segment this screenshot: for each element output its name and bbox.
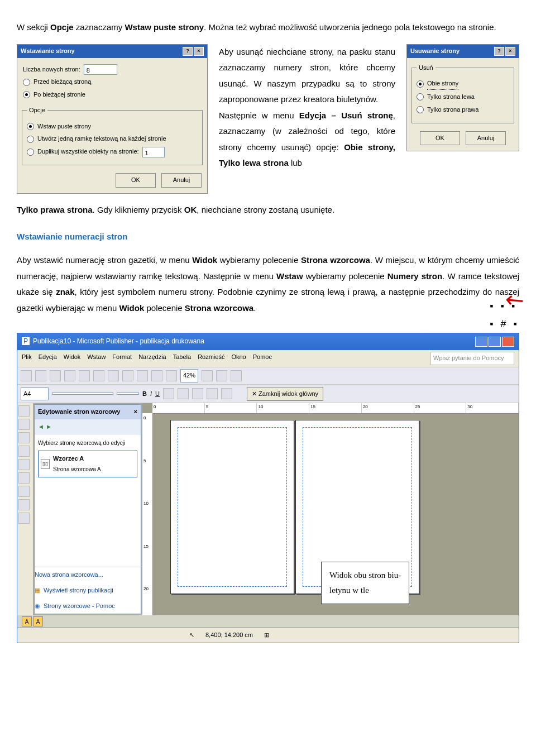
zoom-out-icon[interactable] [202,370,213,381]
ok-button[interactable]: OK [420,131,460,146]
text-bold: Tylko prawa strona [17,205,93,214]
count-input[interactable]: 8 [84,64,117,75]
text: Aby wstawić numerację stron gazetki, w m… [17,255,192,265]
font-name-dropdown[interactable] [52,393,113,395]
canvas[interactable]: 0 5 10 15 20 25 30 0 5 10 15 20 Widok ob… [142,403,519,615]
text-bold: znak [56,287,74,296]
bold-icon[interactable]: B [142,389,147,400]
help-link[interactable]: ◉Strony wzorcowe - Pomoc [35,599,141,614]
text-bold: Wstaw puste strony [125,22,204,32]
radio-right[interactable] [417,106,424,113]
menubar: Plik Edycja Widok Wstaw Format Narzędzia… [17,350,519,367]
menu-narzedzia[interactable]: Narzędzia [138,352,166,365]
tick: 0 [142,413,152,423]
zoom-input[interactable]: 42% [180,369,198,382]
bullets-icon[interactable] [207,388,218,399]
statusbar: ↖ 8,400; 14,200 cm ⊞ [17,628,519,643]
close-icon[interactable] [502,337,514,347]
align-left-icon[interactable] [163,388,174,399]
oval-icon[interactable] [18,486,30,497]
zoom-in-icon[interactable] [216,370,227,381]
textbox-icon[interactable] [18,419,30,430]
radio-frame[interactable] [27,136,34,143]
text: zaznaczamy [74,22,125,32]
left-page[interactable] [170,420,294,594]
close-icon[interactable]: × [505,47,515,56]
page-tab-a2[interactable]: A [33,616,43,626]
menu-widok[interactable]: Widok [64,352,81,365]
cancel-button[interactable]: Anuluj [161,173,202,188]
menu-plik[interactable]: Plik [22,352,32,365]
radio-both[interactable] [417,80,424,88]
text: . Gdy klikniemy przycisk [93,205,184,214]
pointer-icon[interactable] [18,405,30,417]
back-icon[interactable]: ◄ [38,423,44,430]
link-text: Strony wzorcowe - Pomoc [44,601,115,612]
columns-icon[interactable] [151,370,162,381]
radio-blank[interactable] [27,123,34,130]
app-titlebar: PPublikacja10 - Microsoft Publisher - pu… [17,333,519,350]
menu-rozmiesc[interactable]: Rozmieść [198,352,224,365]
text-bold: Wstaw [276,271,303,281]
menu-pomoc[interactable]: Pomoc [253,352,272,365]
table-icon[interactable] [18,432,30,443]
show-pages-link[interactable]: ▦Wyświetl strony publikacji [35,583,141,599]
print-icon[interactable] [64,370,75,381]
cut-icon[interactable] [79,370,90,381]
underline-icon[interactable]: U [155,389,160,400]
autoshapes-icon[interactable] [18,513,30,524]
ruler-vertical: 0 5 10 15 20 [142,413,153,615]
close-icon[interactable]: × [194,47,204,56]
radio-label: Przed bieżącą stroną [34,76,91,88]
paste-icon[interactable] [108,370,119,381]
minimize-icon[interactable] [475,337,487,347]
menu-wstaw[interactable]: Wstaw [87,352,106,365]
picture-icon[interactable] [18,459,30,470]
master-page-item[interactable]: ▯▯ Wzorzec A Strona wzorcowa A [38,451,137,477]
rectangle-icon[interactable] [18,499,30,510]
line-icon[interactable] [18,472,30,484]
help-icon[interactable]: ? [494,47,504,56]
pane-close-icon[interactable]: × [134,406,137,418]
close-master-button[interactable]: ✕ Zamknij widok główny [247,387,323,401]
forward-icon[interactable]: ► [46,423,52,430]
font-dropdown[interactable]: A4 [21,387,49,401]
font-size-dropdown[interactable] [117,393,139,395]
radio-dup[interactable] [27,149,34,156]
dialog-titlebar: Usuwanie strony ? × [407,45,519,58]
align-right-icon[interactable] [192,388,203,399]
menu-format[interactable]: Format [112,352,132,365]
help-icon[interactable]: ? [183,47,193,56]
save-icon[interactable] [50,370,61,381]
text-bold: Strona wzorcowa [185,303,253,313]
menu-edycja[interactable]: Edycja [39,352,57,365]
count-label: Liczba nowych stron: [23,64,80,75]
align-center-icon[interactable] [178,388,189,399]
help-icon[interactable] [231,370,242,381]
radio-after[interactable] [23,91,30,98]
menu-tabela[interactable]: Tabela [173,352,191,365]
radio-left[interactable] [417,93,424,101]
ruler-horizontal: 0 5 10 15 20 25 30 [152,403,519,414]
numbering-icon[interactable] [221,388,232,399]
menu-okno[interactable]: Okno [231,352,246,365]
delete-fieldset: Usuń Obie strony Tylko strona lewa Tylko… [411,63,514,123]
maximize-icon[interactable] [489,337,501,347]
undo-icon[interactable] [122,370,133,381]
wordart-icon[interactable] [18,446,30,457]
new-master-link[interactable]: Nowa strona wzorcowa... [35,567,141,583]
text: Aby usunąć niechciane strony, na pasku s… [219,47,395,104]
section-heading: Wstawianie numeracji stron [17,229,519,244]
copy-icon[interactable] [93,370,104,381]
dup-input[interactable]: 1 [142,147,165,157]
open-icon[interactable] [35,370,46,381]
radio-before[interactable] [23,79,30,86]
ok-button[interactable]: OK [116,173,156,188]
paragraph-icon[interactable] [166,370,177,381]
page-tab-a[interactable]: A [22,616,32,626]
italic-icon[interactable]: I [150,389,152,400]
cancel-button[interactable]: Anuluj [466,131,506,146]
new-icon[interactable] [21,370,32,381]
redo-icon[interactable] [137,370,148,381]
help-search-input[interactable]: Wpisz pytanie do Pomocy [430,352,514,365]
